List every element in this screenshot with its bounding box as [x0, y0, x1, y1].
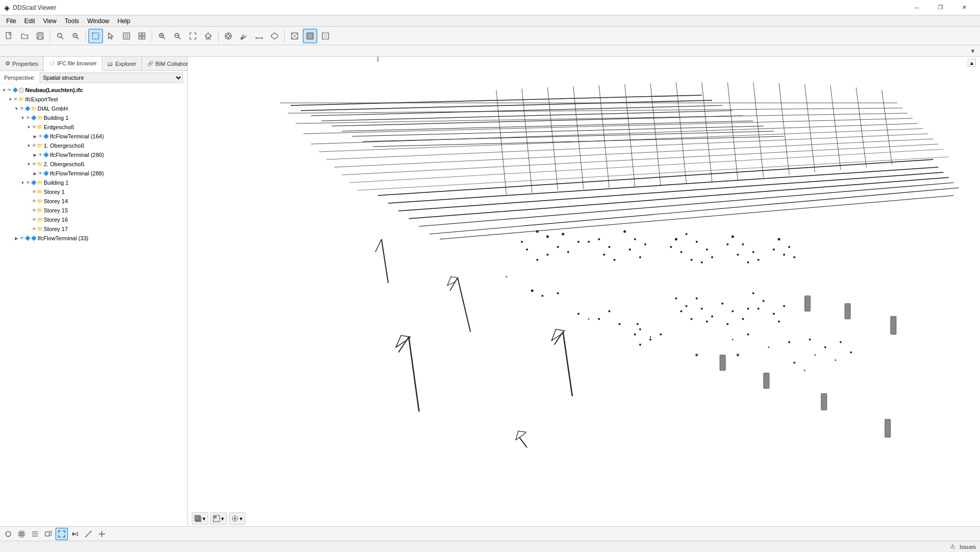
- tb-zoom-fit[interactable]: [186, 29, 200, 43]
- svg-rect-176: [805, 296, 810, 311]
- vp-display-mode-btn[interactable]: ▾: [210, 512, 227, 525]
- tree-item-erdgeschoss[interactable]: ▼ 👁 📁 Erdgeschoß: [0, 122, 187, 132]
- menu-tools[interactable]: Tools: [61, 16, 83, 26]
- tb-navigate[interactable]: [221, 29, 235, 43]
- tab-ifc-browser[interactable]: 📄 IFC file browser: [44, 57, 102, 71]
- tree-item-flow280[interactable]: ▶ 👁 🔷 IfcFlowTerminal (280): [0, 150, 187, 159]
- tree-item-storey1[interactable]: 👁 📁 Storey 1: [0, 187, 187, 197]
- menu-file[interactable]: File: [2, 16, 20, 26]
- svg-point-144: [680, 310, 682, 312]
- tb-zoom-out[interactable]: [170, 29, 185, 43]
- tb-select3[interactable]: [135, 29, 149, 43]
- tree-item-flow164[interactable]: ▶ 👁 🔷 IfcFlowTerminal (164): [0, 132, 187, 141]
- svg-point-99: [588, 241, 590, 243]
- svg-point-94: [567, 251, 569, 253]
- svg-point-140: [639, 344, 641, 346]
- vp-view-cube-btn[interactable]: ▾: [192, 512, 208, 525]
- tree-item-storey17[interactable]: 👁 📁 Storey 17: [0, 224, 187, 234]
- menu-help[interactable]: Help: [114, 16, 135, 26]
- svg-point-148: [691, 318, 693, 320]
- svg-point-105: [634, 238, 636, 240]
- btm-layers[interactable]: [29, 528, 41, 540]
- svg-point-192: [824, 346, 826, 348]
- viewport-scroll-up[interactable]: ▲: [968, 59, 976, 67]
- svg-point-116: [711, 256, 713, 258]
- menubar: File Edit View Tools Window Help: [0, 15, 980, 27]
- tb2-scroll-down[interactable]: ▼: [968, 46, 978, 56]
- vp-visual-btn[interactable]: ▾: [229, 512, 245, 525]
- btm-section[interactable]: [69, 528, 81, 540]
- btm-extra[interactable]: [96, 528, 108, 540]
- tree-item-dial[interactable]: ▼ 👁 🔷 📁 DIAL GmbH: [0, 104, 187, 113]
- tb-wireframe[interactable]: [287, 29, 302, 43]
- btm-grid[interactable]: [15, 528, 28, 540]
- tree-item-ober1[interactable]: ▼ 👁 📁 1. Obergeschoß: [0, 141, 187, 150]
- tree-item-building1b[interactable]: ▼ 👁 🔷 📁 Building 1: [0, 178, 187, 187]
- svg-point-119: [742, 243, 744, 245]
- tb-home[interactable]: [201, 29, 215, 43]
- close-button[interactable]: ✕: [952, 0, 976, 15]
- btm-snap[interactable]: [2, 528, 14, 540]
- tb-box-select[interactable]: [88, 29, 103, 43]
- tree-icons: 👁 🔷 📋: [7, 87, 24, 93]
- svg-point-102: [603, 254, 605, 256]
- tree-item-ober2[interactable]: ▼ 👁 📁 2. Obergeschoß: [0, 159, 187, 169]
- maximize-button[interactable]: ❐: [929, 0, 952, 15]
- tree-item-root-ifc[interactable]: ▼ 👁 🔷 📋 Neubau(Leuchten).ifc: [0, 85, 187, 95]
- tree-item-flow33[interactable]: ▶ 👁 🔷 🔷 IfcFlowTerminal (33): [0, 234, 187, 243]
- svg-point-149: [721, 302, 723, 305]
- tree-item-storey14[interactable]: 👁 📁 Storey 14: [0, 197, 187, 206]
- tree-item-ifc-export[interactable]: ▼ 👁 📁 IfcExportTest: [0, 95, 187, 104]
- svg-point-92: [577, 241, 579, 243]
- svg-rect-182: [885, 419, 891, 437]
- svg-point-133: [577, 313, 579, 315]
- svg-point-147: [706, 320, 708, 323]
- tb-tool1[interactable]: [267, 29, 282, 43]
- tree-label-flow288: IfcFlowTerminal (288): [50, 170, 104, 176]
- svg-rect-11: [123, 33, 130, 39]
- tb-search[interactable]: [68, 29, 83, 43]
- tree-item-building-1[interactable]: ▼ 👁 🔷 📁 Building 1: [0, 113, 187, 122]
- tb-cursor[interactable]: [104, 29, 118, 43]
- tb-clip[interactable]: [237, 29, 251, 43]
- svg-point-185: [732, 339, 734, 341]
- tb-solid[interactable]: [303, 29, 317, 43]
- main-area: ⚙ Properties 📄 IFC file browser 🗂 Explor…: [0, 57, 980, 526]
- svg-rect-178: [891, 316, 896, 334]
- tb-select2[interactable]: [119, 29, 134, 43]
- menu-view[interactable]: View: [39, 16, 61, 26]
- btm-measure[interactable]: [82, 528, 95, 540]
- viewport-3d[interactable]: ▲ ▾ ▾ ▾: [188, 57, 980, 526]
- tree-item-storey16[interactable]: 👁 📁 Storey 16: [0, 215, 187, 224]
- minimize-button[interactable]: ─: [905, 0, 929, 15]
- tb-open[interactable]: [17, 29, 32, 43]
- svg-point-127: [783, 254, 785, 256]
- tb-measure[interactable]: [252, 29, 266, 43]
- perspective-select[interactable]: Spatial structure Type structure Layer s…: [40, 73, 183, 83]
- btm-fullscreen[interactable]: [56, 528, 68, 540]
- tree-label-flow33: IfcFlowTerminal (33): [38, 235, 88, 241]
- svg-point-123: [727, 243, 729, 245]
- svg-rect-221: [45, 532, 49, 536]
- btm-ortho[interactable]: [42, 528, 55, 540]
- tb-new[interactable]: [2, 29, 16, 43]
- svg-point-187: [639, 328, 641, 330]
- main-toolbar: [0, 27, 980, 45]
- svg-rect-44: [324, 33, 327, 39]
- menu-window[interactable]: Window: [83, 16, 114, 26]
- tb-zoom-area[interactable]: [155, 29, 169, 43]
- svg-point-195: [814, 354, 816, 356]
- svg-point-139: [660, 333, 662, 335]
- tb-magnify[interactable]: [53, 29, 67, 43]
- svg-point-106: [644, 243, 646, 245]
- tb-lights[interactable]: [318, 29, 333, 43]
- tree-item-storey15[interactable]: 👁 📁 Storey 15: [0, 206, 187, 215]
- menu-edit[interactable]: Edit: [20, 16, 39, 26]
- tree-label-ober1: 1. Obergeschoß: [44, 143, 84, 149]
- svg-point-193: [840, 341, 842, 343]
- tab-properties[interactable]: ⚙ Properties: [0, 57, 44, 70]
- tb-save[interactable]: [33, 29, 47, 43]
- svg-marker-38: [271, 33, 278, 39]
- tree-item-flow288[interactable]: ▶ 👁 🔷 IfcFlowTerminal (288): [0, 169, 187, 178]
- tab-explorer[interactable]: 🗂 Explorer: [102, 57, 142, 70]
